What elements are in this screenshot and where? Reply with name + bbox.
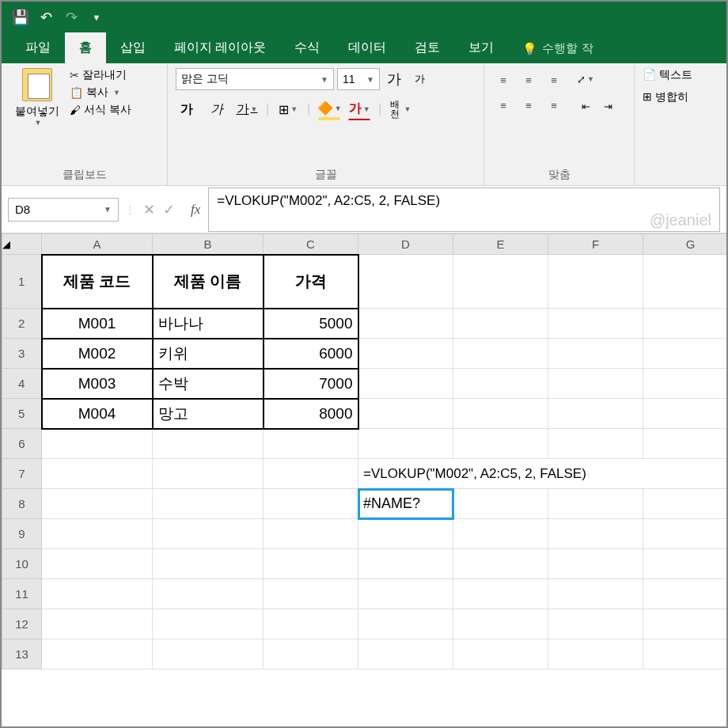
cell-f1[interactable] <box>548 255 643 309</box>
font-name-combo[interactable]: 맑은 고딕▼ <box>176 68 334 90</box>
cell-b5[interactable]: 망고 <box>153 399 264 429</box>
cancel-formula-icon[interactable]: ✕ <box>143 201 155 218</box>
cell-g13[interactable] <box>643 639 729 669</box>
cell-c9[interactable] <box>264 519 358 549</box>
cell-c12[interactable] <box>264 609 358 639</box>
merge-button[interactable]: ⊞ 병합히 <box>643 90 719 104</box>
row-header-1[interactable]: 1 <box>2 255 42 309</box>
tab-review[interactable]: 검토 <box>400 32 454 63</box>
cell-d5[interactable] <box>358 399 453 429</box>
col-header-d[interactable]: D <box>358 234 453 255</box>
cell-f9[interactable] <box>548 519 643 549</box>
cell-g1[interactable] <box>643 255 729 309</box>
cell-e2[interactable] <box>453 309 548 339</box>
col-header-a[interactable]: A <box>42 234 153 255</box>
cell-d3[interactable] <box>358 339 453 369</box>
cell-f12[interactable] <box>548 609 643 639</box>
align-left-icon[interactable]: ≡ <box>492 94 514 116</box>
copy-button[interactable]: 📋 복사 ▼ <box>70 85 131 100</box>
tab-layout[interactable]: 페이지 레이아웃 <box>160 32 280 63</box>
cell-c11[interactable] <box>264 579 358 609</box>
cell-e8[interactable] <box>453 489 548 519</box>
cell-c5[interactable]: 8000 <box>264 399 358 429</box>
col-header-f[interactable]: F <box>548 234 643 255</box>
cell-g4[interactable] <box>643 369 729 399</box>
enter-formula-icon[interactable]: ✓ <box>163 201 175 218</box>
cell-g8[interactable] <box>643 489 729 519</box>
cell-f8[interactable] <box>548 489 643 519</box>
cell-b3[interactable]: 키위 <box>153 339 264 369</box>
col-header-c[interactable]: C <box>264 234 358 255</box>
cell-b12[interactable] <box>153 609 264 639</box>
cell-c2[interactable]: 5000 <box>264 309 358 339</box>
font-size-combo[interactable]: 11▼ <box>337 68 380 90</box>
cell-e3[interactable] <box>453 339 548 369</box>
cell-d4[interactable] <box>358 369 453 399</box>
cell-g12[interactable] <box>643 609 729 639</box>
cell-a9[interactable] <box>42 519 153 549</box>
format-painter-button[interactable]: 🖌 서식 복사 <box>70 103 131 117</box>
wrap-text-button[interactable]: 📄 텍스트 <box>643 68 719 82</box>
fx-icon[interactable]: fx <box>183 202 208 218</box>
cell-b2[interactable]: 바나나 <box>153 309 264 339</box>
row-header-10[interactable]: 10 <box>2 549 42 579</box>
cell-g10[interactable] <box>643 549 729 579</box>
cell-f4[interactable] <box>548 369 643 399</box>
cell-b11[interactable] <box>153 579 264 609</box>
tab-tell-me[interactable]: 💡수행할 작 <box>508 34 607 63</box>
cell-d6[interactable] <box>358 429 453 459</box>
cell-e11[interactable] <box>453 579 548 609</box>
col-header-e[interactable]: E <box>453 234 548 255</box>
cell-e12[interactable] <box>453 609 548 639</box>
cell-g2[interactable] <box>643 309 729 339</box>
tab-data[interactable]: 데이터 <box>334 32 400 63</box>
row-header-6[interactable]: 6 <box>2 429 42 459</box>
cell-e10[interactable] <box>453 549 548 579</box>
cell-a1[interactable]: 제품 코드 <box>42 255 153 309</box>
cell-a2[interactable]: M001 <box>42 309 153 339</box>
cell-b10[interactable] <box>153 549 264 579</box>
cell-d12[interactable] <box>358 609 453 639</box>
qat-dropdown-icon[interactable]: ▼ <box>84 5 109 30</box>
cell-f10[interactable] <box>548 549 643 579</box>
alignment-buttons[interactable]: ≡≡≡ ≡≡≡ <box>492 69 565 116</box>
cell-e5[interactable] <box>453 399 548 429</box>
cell-d11[interactable] <box>358 579 453 609</box>
underline-button[interactable]: 가▼ <box>236 98 258 120</box>
cell-e6[interactable] <box>453 429 548 459</box>
tab-insert[interactable]: 삽입 <box>106 32 160 63</box>
border-button[interactable]: ⊞▼ <box>277 98 299 120</box>
align-top-icon[interactable]: ≡ <box>492 69 514 91</box>
cut-button[interactable]: ✂ 잘라내기 <box>70 68 131 82</box>
cell-b7[interactable] <box>153 459 264 489</box>
cell-d1[interactable] <box>358 255 453 309</box>
cell-f13[interactable] <box>548 639 643 669</box>
col-header-b[interactable]: B <box>153 234 264 255</box>
cell-g9[interactable] <box>643 519 729 549</box>
shrink-font-button[interactable]: 가 <box>408 68 430 90</box>
orientation-button[interactable]: ⤢▼ <box>574 68 597 90</box>
row-header-9[interactable]: 9 <box>2 519 42 549</box>
cell-c4[interactable]: 7000 <box>264 369 358 399</box>
cell-g5[interactable] <box>643 399 729 429</box>
undo-icon[interactable]: ↶ <box>33 5 59 30</box>
cell-a13[interactable] <box>42 639 153 669</box>
italic-button[interactable]: 가 <box>206 98 228 120</box>
cell-f2[interactable] <box>548 309 643 339</box>
redo-icon[interactable]: ↷ <box>59 5 84 30</box>
cell-f5[interactable] <box>548 399 643 429</box>
row-header-8[interactable]: 8 <box>2 489 42 519</box>
cell-a4[interactable]: M003 <box>42 369 153 399</box>
cell-g6[interactable] <box>643 429 729 459</box>
fill-color-button[interactable]: 🔶▼ <box>318 98 340 120</box>
indent-increase-button[interactable]: ⇥ <box>597 95 619 117</box>
cell-a3[interactable]: M002 <box>42 339 153 369</box>
row-header-5[interactable]: 5 <box>2 399 42 429</box>
cell-g11[interactable] <box>643 579 729 609</box>
cell-f3[interactable] <box>548 339 643 369</box>
cell-d9[interactable] <box>358 519 453 549</box>
name-box[interactable]: D8▼ <box>8 198 119 222</box>
cell-a6[interactable] <box>42 429 153 459</box>
cell-a11[interactable] <box>42 579 153 609</box>
row-header-2[interactable]: 2 <box>2 309 42 339</box>
